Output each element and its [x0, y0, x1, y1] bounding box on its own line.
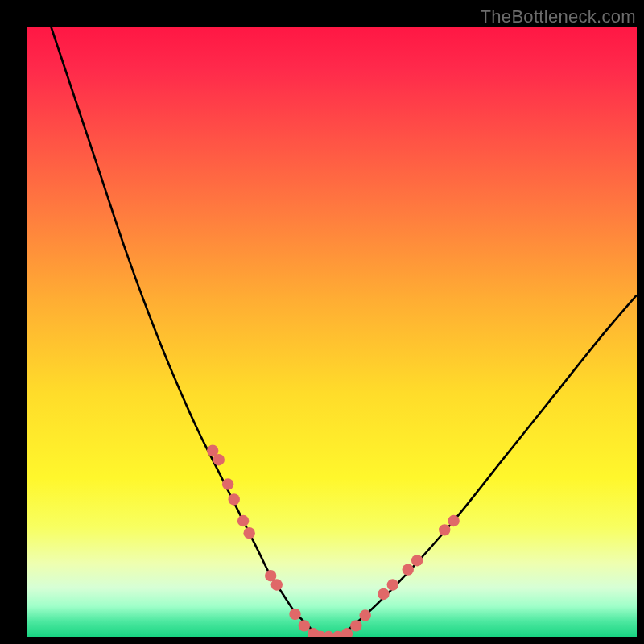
plot-area	[27, 27, 637, 637]
background-gradient	[27, 27, 637, 637]
svg-rect-0	[27, 27, 637, 637]
watermark-text: TheBottleneck.com	[481, 6, 636, 27]
chart-frame: TheBottleneck.com	[0, 0, 644, 644]
